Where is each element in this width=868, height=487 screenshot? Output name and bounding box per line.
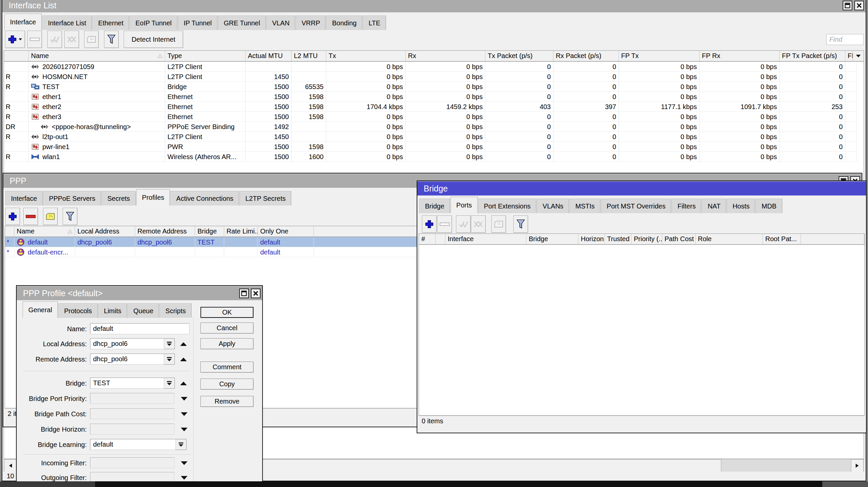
cell-fp-rx-packet[interactable]	[845, 142, 857, 152]
scroll-left-button[interactable]	[4, 459, 17, 472]
cell-fp-rx-packet[interactable]	[845, 122, 857, 132]
cell-fp-tx[interactable]: 0 bps	[619, 152, 700, 162]
tab-limits[interactable]: Limits	[98, 304, 127, 318]
bridge-field[interactable]: TEST	[90, 377, 164, 389]
cell-fp-rx[interactable]: 0 bps	[700, 152, 780, 162]
column-header-type[interactable]: Type	[165, 51, 246, 61]
column-header-l2-mtu[interactable]: L2 MTU	[291, 51, 326, 61]
cell-fp-tx[interactable]: 0 bps	[619, 82, 700, 92]
cell-fp-rx-packet[interactable]	[845, 72, 857, 82]
tab-hosts[interactable]: Hosts	[727, 199, 755, 213]
cell-name[interactable]: default	[14, 237, 75, 247]
cell-bridge[interactable]: TEST	[195, 237, 224, 247]
filter-button[interactable]	[514, 215, 528, 233]
cell-rx[interactable]: 0 bps	[406, 152, 485, 162]
incoming-filter-field[interactable]	[90, 457, 175, 468]
table-row-20260127071059[interactable]: 20260127071059L2TP Client0 bps0 bps000 b…	[4, 62, 864, 72]
bridge-collapse-button[interactable]	[179, 379, 188, 387]
tab-profiles[interactable]: Profiles	[136, 189, 170, 206]
cell-fp-tx[interactable]: 1177.1 kbps	[619, 102, 700, 112]
cell-fp-tx[interactable]: 0 bps	[619, 122, 700, 132]
cell-fp-rx-packet[interactable]	[845, 92, 857, 102]
tab-gre-tunnel[interactable]: GRE Tunnel	[218, 16, 266, 30]
cell-rx-packet[interactable]: 0	[553, 122, 619, 132]
column-header-only-one[interactable]: Only One	[258, 226, 314, 237]
filter-button[interactable]	[104, 31, 119, 48]
cell-type[interactable]: L2TP Client	[165, 132, 246, 142]
cell-fp-rx[interactable]: 0 bps	[700, 62, 780, 72]
cell-actual-mtu[interactable]: 1492	[246, 122, 291, 132]
close-button[interactable]	[854, 1, 864, 10]
cell-fp-rx[interactable]: 0 bps	[700, 92, 780, 102]
cell-l2-mtu[interactable]	[291, 62, 326, 72]
cell-fp-tx[interactable]: 0 bps	[619, 92, 700, 102]
table-row-test[interactable]: RTESTBridge1500655350 bps0 bps000 bps0 b…	[4, 82, 864, 92]
bridge-horizon-field[interactable]	[90, 424, 175, 435]
cell-l2-mtu[interactable]: 1598	[291, 102, 326, 112]
cell-actual-mtu[interactable]: 1500	[246, 112, 291, 122]
column-header-interface[interactable]: Interface	[445, 234, 526, 244]
cell-rate-limit[interactable]	[224, 247, 258, 257]
cell-actual-mtu[interactable]: 1500	[246, 82, 291, 92]
tab-interface[interactable]: Interface	[4, 14, 42, 30]
cell-rx[interactable]: 0 bps	[406, 82, 485, 92]
add-button[interactable]	[5, 208, 20, 225]
detect-internet-button[interactable]: Detect Internet	[124, 31, 183, 48]
cell-local-address[interactable]	[75, 247, 135, 257]
cell-tx-packet[interactable]: 403	[485, 102, 553, 112]
column-header-bridge[interactable]: Bridge	[526, 234, 579, 244]
tab-general[interactable]: General	[23, 302, 58, 318]
cell-tx-packet[interactable]: 0	[485, 112, 553, 122]
comment-button[interactable]	[43, 208, 58, 225]
cell-fp-rx-packet[interactable]	[845, 152, 857, 162]
cell-type[interactable]: Ethernet	[165, 112, 246, 122]
tab-nat[interactable]: NAT	[702, 199, 726, 213]
disable-button[interactable]	[471, 215, 486, 233]
copy-button[interactable]: Copy	[200, 378, 253, 390]
cell-only-one[interactable]: default	[258, 237, 314, 247]
cell-l2-mtu[interactable]: 1598	[291, 92, 326, 102]
cell-type[interactable]: Wireless (Atheros AR...	[165, 152, 246, 162]
cell-fp-rx-packet[interactable]	[845, 132, 857, 142]
cell-fp-tx-packet[interactable]: 253	[780, 102, 845, 112]
column-header-bridge[interactable]: Bridge	[195, 226, 224, 237]
cell-l2-mtu[interactable]: 65535	[291, 82, 326, 92]
column-header-horizon[interactable]: Horizon	[579, 234, 605, 244]
cell-fp-tx-packet[interactable]: 0	[780, 132, 845, 142]
column-header-trusted[interactable]: Trusted	[605, 234, 631, 244]
comment-button[interactable]	[84, 31, 99, 48]
cell-name[interactable]: ether3	[29, 112, 165, 122]
cell-tx-packet[interactable]: 0	[485, 142, 553, 152]
cell-fp-rx[interactable]: 0 bps	[700, 82, 780, 92]
cell-tx[interactable]: 0 bps	[326, 122, 406, 132]
cell-fp-tx[interactable]: 0 bps	[619, 142, 700, 152]
column-header-name[interactable]: Name	[14, 226, 75, 237]
remote-address-dropdown-button[interactable]	[164, 354, 175, 365]
tab-interface[interactable]: Interface	[5, 191, 43, 206]
cell-type[interactable]: PPPoE Server Binding	[165, 122, 246, 132]
cell-rx-packet[interactable]: 0	[553, 92, 619, 102]
cell-fp-tx-packet[interactable]: 0	[780, 112, 845, 122]
cell-rx[interactable]: 0 bps	[406, 72, 485, 82]
cell-type[interactable]: L2TP Client	[165, 72, 246, 82]
column-header-root-pat[interactable]: Root Pat...	[763, 234, 801, 244]
tab-ip-tunnel[interactable]: IP Tunnel	[178, 16, 217, 30]
tab-port-mst-overrides[interactable]: Port MST Overrides	[601, 199, 671, 213]
cell-fp-tx[interactable]: 0 bps	[619, 132, 700, 142]
remote-address-field[interactable]: dhcp_pool6	[90, 354, 164, 365]
remote-address-collapse-button[interactable]	[179, 355, 188, 363]
cell-actual-mtu[interactable]: 1500	[246, 152, 291, 162]
remove-button[interactable]	[437, 215, 452, 233]
cell-actual-mtu[interactable]: 1450	[246, 72, 291, 82]
cell-tx[interactable]: 0 bps	[326, 142, 406, 152]
cell-actual-mtu[interactable]: 1450	[246, 132, 291, 142]
cell-rx[interactable]: 0 bps	[406, 62, 485, 72]
cell-rx-packet[interactable]: 0	[553, 112, 619, 122]
tab-ports[interactable]: Ports	[451, 197, 478, 213]
column-select-button[interactable]	[852, 51, 864, 62]
cell-fp-rx[interactable]: 0 bps	[700, 112, 780, 122]
column-header-role[interactable]: Role	[695, 234, 763, 244]
cancel-button[interactable]: Cancel	[200, 323, 253, 334]
cell-flags[interactable]: R	[4, 152, 29, 162]
bridge-path-cost-expand-button[interactable]	[180, 410, 189, 418]
